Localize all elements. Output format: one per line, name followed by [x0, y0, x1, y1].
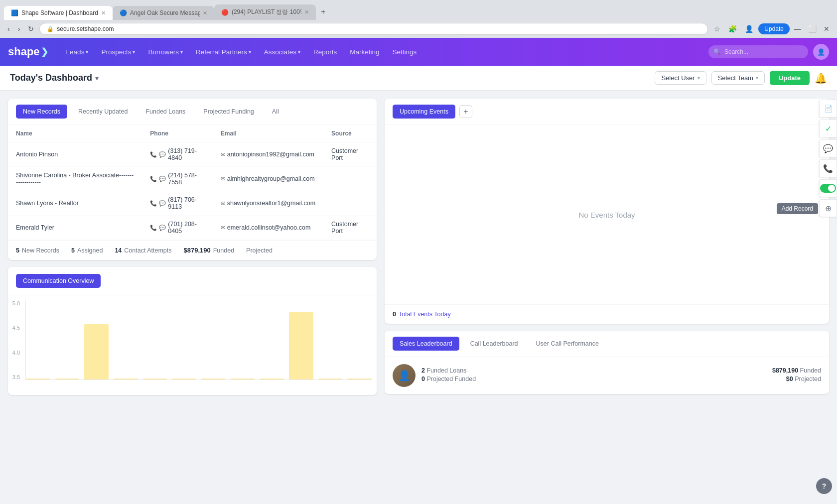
cell-email: ✉ emerald.collinsot@yahoo.com: [213, 216, 323, 240]
nav-referral-partners[interactable]: Referral Partners ▾: [190, 45, 257, 59]
sms-icon[interactable]: 💬: [159, 200, 166, 207]
nav-borrowers[interactable]: Borrowers ▾: [142, 45, 189, 59]
bell-button[interactable]: 🔔: [815, 72, 827, 84]
records-table: Name Phone Email Source Antonio Pinson 📞…: [8, 125, 377, 240]
events-body: No Events Today: [385, 125, 829, 304]
new-tab-button[interactable]: +: [316, 4, 330, 20]
nav-prospects[interactable]: Prospects ▾: [95, 45, 141, 59]
phone-icon[interactable]: 📞: [150, 225, 157, 231]
tab-new-records[interactable]: New Records: [16, 105, 67, 119]
refresh-button[interactable]: ↻: [25, 23, 36, 34]
tab-recently-updated[interactable]: Recently Updated: [71, 105, 135, 119]
tab-label: Shape Software | Dashboard: [21, 9, 98, 16]
add-record-tooltip: Add Record: [777, 203, 818, 214]
search-input[interactable]: [708, 45, 808, 58]
contact-attempts-count: 14: [115, 247, 122, 254]
nav-marketing[interactable]: Marketing: [344, 45, 385, 59]
close-button[interactable]: ✕: [821, 23, 832, 34]
profile-icon[interactable]: 👤: [742, 23, 756, 34]
tab-close-icon-2[interactable]: ✕: [203, 10, 207, 16]
cell-name: Emerald Tyler: [8, 216, 142, 240]
borrowers-caret: ▾: [180, 49, 183, 55]
projected-funded-count: 0 Projected Funded: [421, 376, 476, 382]
page-title-caret[interactable]: ▾: [95, 74, 99, 82]
events-title-button[interactable]: Upcoming Events: [393, 105, 455, 119]
browser-tab-active[interactable]: 🟦 Shape Software | Dashboard ✕: [4, 6, 113, 20]
phone-icon[interactable]: 📞: [150, 200, 157, 207]
chart-bar: [201, 378, 226, 379]
tab-projected-funding[interactable]: Projected Funding: [196, 105, 261, 119]
sidebar-toggle-icon[interactable]: [819, 179, 837, 197]
bell-icon: 🔔: [815, 73, 827, 84]
left-panel: New Records Recently Updated Funded Loan…: [8, 99, 377, 395]
chart-bar: [114, 378, 138, 379]
browser-update-button[interactable]: Update: [758, 23, 790, 34]
browser-chrome: 🟦 Shape Software | Dashboard ✕ 🔵 Angel O…: [0, 0, 837, 38]
tab-call-leaderboard[interactable]: Call Leaderboard: [463, 337, 525, 351]
events-total-count: 0: [393, 311, 396, 318]
app-logo[interactable]: shape ❯: [8, 45, 48, 58]
chart-y-labels: 5.0 4.5 4.0 3.5: [8, 300, 23, 380]
email-icon[interactable]: ✉: [221, 151, 225, 158]
update-button[interactable]: Update: [770, 71, 810, 85]
logo-text: shape: [8, 45, 40, 58]
sms-icon[interactable]: 💬: [159, 176, 166, 182]
back-button[interactable]: ‹: [5, 23, 12, 34]
sidebar-phone-icon[interactable]: 📞: [819, 159, 837, 177]
sms-icon[interactable]: 💬: [159, 151, 166, 158]
tab-label-2: Angel Oak Secure Messaging: [130, 9, 200, 16]
phone-icon[interactable]: 📞: [150, 151, 157, 158]
phone-icon[interactable]: 📞: [150, 176, 157, 182]
select-team-dropdown[interactable]: Select Team ▾: [711, 71, 765, 85]
nav-settings[interactable]: Settings: [387, 45, 423, 59]
chart-bar: [318, 378, 343, 379]
select-user-dropdown[interactable]: Select User ▾: [655, 71, 706, 85]
events-add-button[interactable]: +: [459, 105, 472, 118]
toggle-switch[interactable]: [820, 184, 836, 193]
tab-sales-leaderboard[interactable]: Sales Leaderboard: [393, 337, 459, 351]
table-row[interactable]: Shivonne Carolina - Broker Associate----…: [8, 167, 377, 191]
add-record-wrap: Add Record ⊕: [819, 199, 837, 218]
events-total: 0 Total Events Today: [393, 311, 821, 318]
nav-leads[interactable]: Leads ▾: [60, 45, 95, 59]
events-total-label[interactable]: Total Events Today: [399, 311, 451, 318]
nav-reports[interactable]: Reports: [307, 45, 343, 59]
sidebar-check-icon[interactable]: ✓: [819, 120, 837, 137]
nav-associates[interactable]: Associates ▾: [258, 45, 306, 59]
stat-projected: Projected: [246, 247, 273, 254]
tab-label-3: (294) PLAYLIST 정랑 100% 🎵: [232, 8, 301, 16]
extensions-icon[interactable]: 🧩: [725, 23, 740, 34]
table-row[interactable]: Emerald Tyler 📞 💬 (701) 208-0405 ✉ emera…: [8, 216, 377, 240]
tab-favicon-2: 🔵: [120, 9, 127, 16]
maximize-button[interactable]: ⬜: [806, 23, 819, 34]
tab-favicon-3: 🔴: [221, 9, 229, 16]
tab-funded-loans[interactable]: Funded Loans: [139, 105, 192, 119]
sidebar-pdf-icon[interactable]: 📄: [819, 100, 837, 118]
email-icon[interactable]: ✉: [221, 176, 225, 182]
sidebar-chat-icon[interactable]: 💬: [819, 139, 837, 157]
sms-icon[interactable]: 💬: [159, 225, 166, 231]
nav-avatar[interactable]: 👤: [813, 44, 829, 60]
url-bar[interactable]: 🔒 secure.setshape.com: [39, 23, 708, 35]
table-row[interactable]: Shawn Lyons - Realtor 📞 💬 (817) 706-9113…: [8, 191, 377, 216]
sales-card: Sales Leaderboard Call Leaderboard User …: [385, 331, 829, 394]
bookmark-icon[interactable]: ☆: [711, 23, 723, 34]
cell-source: Customer Port: [323, 216, 377, 240]
browser-tab-2[interactable]: 🔵 Angel Oak Secure Messaging ✕: [113, 6, 214, 20]
browser-tab-3[interactable]: 🔴 (294) PLAYLIST 정랑 100% 🎵 ✕: [214, 4, 316, 20]
table-row[interactable]: Antonio Pinson 📞 💬 (313) 719-4840 ✉ anto…: [8, 142, 377, 167]
minimize-button[interactable]: —: [792, 23, 804, 34]
tab-close-icon[interactable]: ✕: [101, 10, 106, 16]
cell-name: Antonio Pinson: [8, 142, 142, 167]
tab-close-icon-3[interactable]: ✕: [304, 9, 309, 15]
forward-button[interactable]: ›: [15, 23, 23, 34]
comm-title-button[interactable]: Communication Overview: [16, 274, 101, 288]
email-icon[interactable]: ✉: [221, 225, 225, 231]
sidebar-add-record-icon[interactable]: ⊕: [819, 199, 837, 217]
help-button[interactable]: ?: [816, 478, 832, 494]
tab-all[interactable]: All: [265, 105, 286, 119]
tab-user-call-performance[interactable]: User Call Performance: [529, 337, 606, 351]
chart-bar: [289, 312, 313, 379]
email-icon[interactable]: ✉: [221, 200, 225, 207]
comm-header: Communication Overview: [8, 267, 377, 295]
